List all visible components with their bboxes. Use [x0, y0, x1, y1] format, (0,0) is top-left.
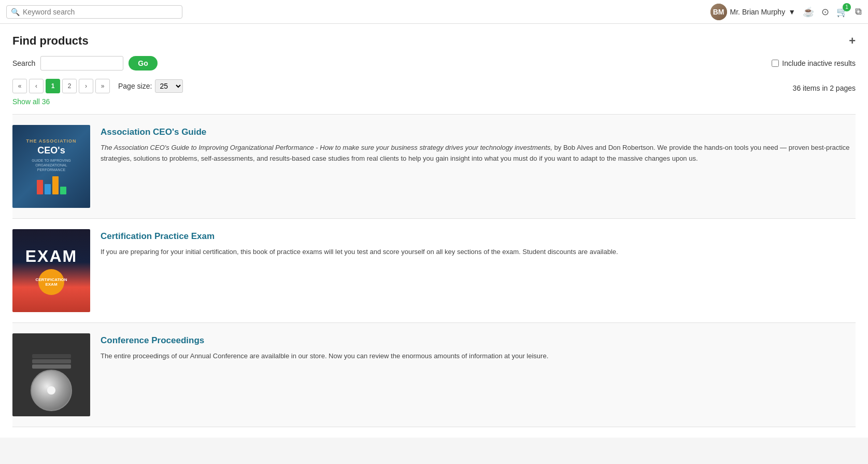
product-thumbnail-conf — [12, 333, 90, 416]
search-icon: 🔍 — [11, 8, 20, 16]
first-page-button[interactable]: « — [12, 79, 27, 93]
product-thumbnail-exam: EXAM CERTIFICATIONEXAM — [12, 229, 90, 312]
product-desc-italic: The Association CEO's Guide to Improving… — [101, 144, 552, 151]
nav-right-area: BM Mr. Brian Murphy ▼ ☕ ⊙ 🛒 1 ⧉ — [710, 4, 862, 20]
include-inactive-checkbox[interactable] — [772, 60, 779, 67]
thumb-chart — [37, 176, 66, 194]
product-description: If you are preparing for your initial ce… — [101, 247, 856, 258]
help-icon[interactable]: ☕ — [803, 6, 814, 18]
page-1-button[interactable]: 1 — [46, 79, 60, 93]
exam-seal: CERTIFICATIONEXAM — [38, 269, 64, 295]
add-icon[interactable]: + — [849, 34, 856, 48]
main-content: Find products + Search Go Include inacti… — [0, 24, 868, 438]
exam-word: EXAM — [25, 247, 77, 266]
grid-icon[interactable]: ⊙ — [821, 6, 829, 18]
page-title: Find products — [12, 34, 89, 48]
user-menu[interactable]: BM Mr. Brian Murphy ▼ — [710, 4, 795, 20]
product-title[interactable]: Certification Practice Exam — [101, 231, 856, 242]
search-label: Search — [12, 59, 35, 67]
user-name-label: Mr. Brian Murphy — [730, 8, 786, 16]
go-button[interactable]: Go — [129, 56, 157, 71]
page-size-area: Page size: 25 50 100 — [118, 79, 183, 93]
product-title[interactable]: Conference Proceedings — [101, 335, 856, 346]
cd-stack — [31, 354, 72, 411]
last-page-button[interactable]: » — [95, 79, 110, 93]
pagination-controls: « ‹ 1 2 › » Page size: 25 50 100 — [12, 79, 183, 93]
chevron-down-icon: ▼ — [788, 8, 795, 16]
include-inactive-area: Include inactive results — [772, 59, 856, 67]
page-size-select[interactable]: 25 50 100 — [155, 79, 183, 93]
external-link-icon[interactable]: ⧉ — [855, 6, 862, 17]
thumb-top-text: THE ASSOCIATION — [26, 138, 76, 144]
cd-disc — [31, 370, 72, 411]
items-info: 36 items in 2 pages — [793, 84, 856, 92]
product-title[interactable]: Association CEO's Guide — [101, 127, 856, 137]
list-item: THE ASSOCIATION CEO's GUIDE TO IMPROVING… — [12, 115, 856, 219]
include-inactive-label: Include inactive results — [782, 59, 856, 67]
thumb-main-text: CEO's — [37, 146, 65, 156]
keyword-search-input[interactable] — [23, 8, 178, 16]
list-item: EXAM CERTIFICATIONEXAM Certification Pra… — [12, 219, 856, 323]
product-description: The Association CEO's Guide to Improving… — [101, 143, 856, 164]
product-search-input[interactable] — [40, 56, 123, 71]
next-page-button[interactable]: › — [79, 79, 93, 93]
product-info: Association CEO's Guide The Association … — [101, 125, 856, 164]
page-size-label: Page size: — [118, 82, 152, 90]
avatar-initials: BM — [710, 4, 727, 20]
cart-count-badge: 1 — [843, 3, 851, 11]
product-info: Certification Practice Exam If you are p… — [101, 229, 856, 258]
list-item: Conference Proceedings The entire procee… — [12, 323, 856, 427]
thumb-subtitle: GUIDE TO IMPROVINGORGANIZATIONALPERFORMA… — [32, 158, 71, 172]
show-all-link[interactable]: Show all 36 — [12, 97, 50, 106]
product-list: THE ASSOCIATION CEO's GUIDE TO IMPROVING… — [12, 114, 856, 427]
page-2-button[interactable]: 2 — [62, 79, 77, 93]
page-title-row: Find products + — [12, 34, 856, 48]
top-navigation: 🔍 BM Mr. Brian Murphy ▼ ☕ ⊙ 🛒 1 ⧉ — [0, 0, 868, 24]
product-description: The entire proceedings of our Annual Con… — [101, 351, 856, 362]
product-thumbnail-ceo: THE ASSOCIATION CEO's GUIDE TO IMPROVING… — [12, 125, 90, 208]
cart-icon[interactable]: 🛒 1 — [836, 6, 848, 18]
product-info: Conference Proceedings The entire procee… — [101, 333, 856, 362]
prev-page-button[interactable]: ‹ — [29, 79, 44, 93]
search-row: Search Go Include inactive results — [12, 56, 856, 71]
avatar: BM — [710, 4, 727, 20]
keyword-search-box[interactable]: 🔍 — [6, 5, 182, 19]
